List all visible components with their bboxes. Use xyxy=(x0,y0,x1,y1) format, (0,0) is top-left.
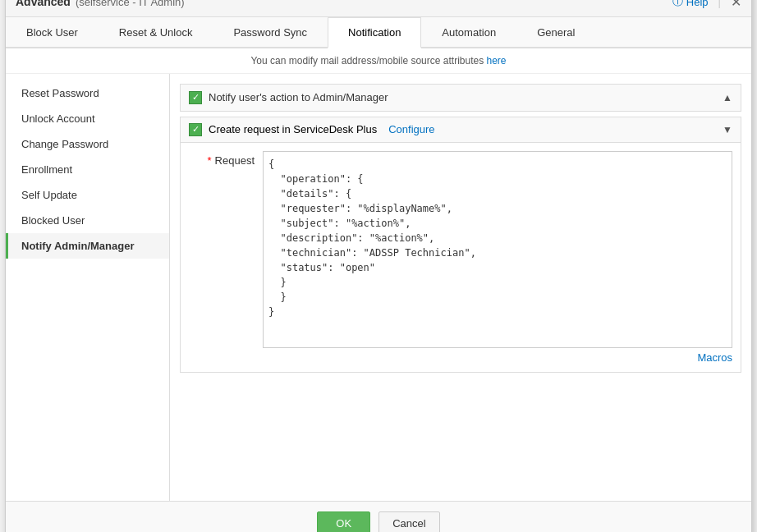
sub-section: ✓ Create request in ServiceDesk Plus Con… xyxy=(180,117,741,373)
sidebar-item-reset-password[interactable]: Reset Password xyxy=(6,80,169,106)
info-text: You can modify mail address/mobile sourc… xyxy=(250,55,486,66)
sub-section-body: *Request { "operation": { "details": { "… xyxy=(181,143,741,372)
request-label: Request xyxy=(215,154,255,167)
sidebar-item-unlock-account[interactable]: Unlock Account xyxy=(6,106,169,131)
notify-checkbox[interactable]: ✓ xyxy=(189,91,202,104)
tab-automation[interactable]: Automation xyxy=(421,17,516,47)
main-content: ✓ Notify user's action to Admin/Manager … xyxy=(170,74,751,501)
required-star: * xyxy=(208,154,212,167)
section-header-left: ✓ Notify user's action to Admin/Manager xyxy=(189,91,388,104)
sidebar: Reset Password Unlock Account Change Pas… xyxy=(6,74,170,501)
dialog-title: Advanced xyxy=(16,0,71,8)
sidebar-item-notify-admin[interactable]: Notify Admin/Manager xyxy=(6,233,169,259)
section-header: ✓ Notify user's action to Admin/Manager xyxy=(180,84,741,112)
section-title: Notify user's action to Admin/Manager xyxy=(209,91,388,103)
request-label-wrapper: *Request xyxy=(189,151,255,167)
cancel-button[interactable]: Cancel xyxy=(378,511,439,533)
sub-collapse-button[interactable] xyxy=(723,124,732,135)
tab-notification[interactable]: Notification xyxy=(328,17,421,48)
close-button[interactable]: ✕ xyxy=(731,0,741,10)
sidebar-item-enrollment[interactable]: Enrollment xyxy=(6,157,169,182)
help-link[interactable]: ⓘ Help xyxy=(672,0,709,9)
configure-link[interactable]: Configure xyxy=(388,123,434,135)
footer: OK Cancel xyxy=(6,501,751,533)
tab-reset-unlock[interactable]: Reset & Unlock xyxy=(99,17,213,47)
content-area: Reset Password Unlock Account Change Pas… xyxy=(6,74,751,501)
macros-row: Macros xyxy=(189,351,732,364)
servicedesk-checkbox[interactable]: ✓ xyxy=(189,123,202,136)
request-textarea[interactable]: { "operation": { "details": { "requester… xyxy=(263,151,732,348)
tab-bar: Block User Reset & Unlock Password Sync … xyxy=(6,17,751,48)
sidebar-item-change-password[interactable]: Change Password xyxy=(6,131,169,157)
sub-section-title: Create request in ServiceDesk Plus xyxy=(209,123,377,135)
info-bar: You can modify mail address/mobile sourc… xyxy=(6,48,751,74)
sidebar-item-blocked-user[interactable]: Blocked User xyxy=(6,208,169,233)
macros-link[interactable]: Macros xyxy=(697,351,732,364)
dialog: Advanced (selfservice - IT Admin) ⓘ Help… xyxy=(5,0,752,532)
sub-section-header: ✓ Create request in ServiceDesk Plus Con… xyxy=(181,117,741,143)
dialog-subtitle: (selfservice - IT Admin) xyxy=(76,0,185,8)
tab-block-user[interactable]: Block User xyxy=(6,17,99,47)
title-bar-right: ⓘ Help | ✕ xyxy=(672,0,741,10)
ok-button[interactable]: OK xyxy=(317,511,370,533)
info-link[interactable]: here xyxy=(487,55,507,66)
help-label: Help xyxy=(686,0,709,8)
sub-section-header-left: ✓ Create request in ServiceDesk Plus Con… xyxy=(189,123,435,136)
request-form-row: *Request { "operation": { "details": { "… xyxy=(189,151,732,348)
tab-general[interactable]: General xyxy=(516,17,595,47)
tab-password-sync[interactable]: Password Sync xyxy=(213,17,328,47)
help-icon: ⓘ xyxy=(672,0,683,9)
title-bar-left: Advanced (selfservice - IT Admin) xyxy=(16,0,185,8)
collapse-button[interactable] xyxy=(723,92,732,103)
sidebar-item-self-update[interactable]: Self Update xyxy=(6,182,169,208)
title-bar: Advanced (selfservice - IT Admin) ⓘ Help… xyxy=(6,0,751,17)
